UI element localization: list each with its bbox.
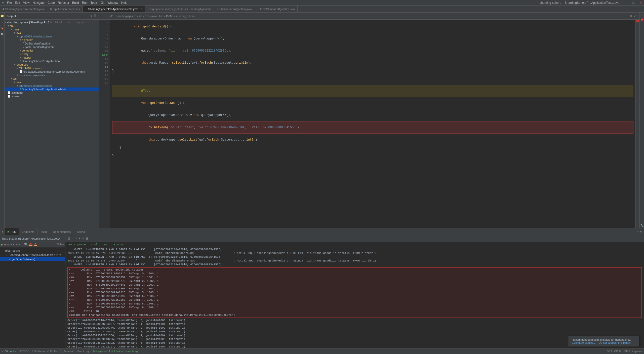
console-filter-icon[interactable]: ▼ <box>78 237 80 240</box>
menu-help[interactable]: Help <box>121 1 128 5</box>
tree-item-tests-file[interactable]: T ShardingSphereProApplicationTests <box>5 87 99 91</box>
run-item-results[interactable]: ✓ Test Results <box>0 248 65 253</box>
line-numbers: 44 45 46 47 48 49 50 51 52 ▶ 53 54 55 56… <box>99 20 110 228</box>
tab-close-3[interactable]: ✕ <box>141 8 143 10</box>
toolbar-settings-icon[interactable]: ⚙ <box>629 13 632 19</box>
gutter-bookmark-icon[interactable]: 🔖 <box>1 26 4 30</box>
tab-sharding-algo[interactable]: I org.apache.shardingsphere.spi.Sharding… <box>145 6 214 13</box>
toolbar-forward-icon[interactable]: → <box>105 14 108 19</box>
status-todo-btn[interactable]: ☰ TODO <box>19 350 29 353</box>
tree-item-algorithm[interactable]: ▼ algorithm <box>5 38 99 42</box>
gutter-find-icon[interactable]: 🔍 <box>1 32 4 36</box>
notification-link2[interactable]: Do not suggest this plugin <box>599 341 631 344</box>
bottom-tab-dependencies[interactable]: Dependencies <box>50 228 74 235</box>
status-indent: 4 spaces <box>632 350 642 353</box>
rg-icon-3[interactable]: 🔧 <box>640 224 644 228</box>
notification-link1[interactable]: Configure plugins... <box>572 341 596 344</box>
menu-run[interactable]: Run <box>82 1 88 5</box>
tab-app-properties[interactable]: ⚙ application.properties <box>47 6 83 13</box>
code-content[interactable]: void getOrderById() { QueryWrapper<Order… <box>110 20 635 228</box>
bottom-settings-icon[interactable]: ⚙ <box>640 230 642 234</box>
run-rerun-icon[interactable]: ▶ <box>1 242 3 247</box>
tree-item-java-test[interactable]: ▼ java <box>5 80 99 84</box>
bottom-tab-build[interactable]: Build <box>37 228 50 235</box>
toolbar-expand-icon[interactable]: ⤢ <box>633 13 637 19</box>
run-collapse-icon[interactable]: ⊟ <box>19 243 20 246</box>
tree-item-gitignore[interactable]: 📄 .gitignore <box>5 91 99 95</box>
minimize-btn[interactable]: ─ <box>625 1 628 5</box>
menu-code[interactable]: Code <box>48 1 55 5</box>
tree-item-app-main[interactable]: A ShardingSphereProApplication <box>5 59 99 63</box>
status-run-btn[interactable]: ▶ Run <box>10 350 17 353</box>
toolbar-recent-icon[interactable]: ⟳ <box>109 13 113 19</box>
tree-item-java-main[interactable]: ▼ java <box>5 31 99 35</box>
bottom-tab-spring[interactable]: Spring <box>74 228 88 235</box>
tree-item-spi[interactable]: 📄 org.apache.shardingsphere.spi.Sharding… <box>5 70 99 73</box>
tree-item-resources[interactable]: ▼ resources <box>5 63 99 66</box>
console-line-sql3: WHERE tid BETWEEN ? AND ? ORDER BY tid A… <box>67 263 642 267</box>
tree-item-controller[interactable]: ▶ controller <box>5 49 99 52</box>
close-btn[interactable]: ✕ <box>639 1 642 5</box>
status-profiler-btn[interactable]: ⏱ Profiler <box>47 350 58 353</box>
run-filter-icon[interactable]: ▼ <box>13 243 15 246</box>
run-search-icon[interactable]: 🔍 <box>24 243 28 246</box>
tree-label-jtest: java <box>16 81 21 84</box>
run-time-2: 894ms <box>54 253 62 256</box>
bottom-tab-endpoints[interactable]: Endpoints <box>19 228 37 235</box>
tree-item-mmw[interactable]: 📄 .mmw <box>5 95 99 98</box>
tree-item-meta-inf[interactable]: ▶ META-INF.services <box>5 66 99 70</box>
menu-navigate[interactable]: Navigate <box>33 1 45 5</box>
bottom-minimize-icon[interactable]: ─ <box>637 230 639 234</box>
tab-table-algo[interactable]: J TableStandardAlgorithm.java <box>254 6 298 13</box>
tree-item-main[interactable]: ▼ main <box>5 28 99 31</box>
toolbar-back-icon[interactable]: ← <box>101 14 104 19</box>
status-problems-btn[interactable]: ⚠ Problems <box>31 350 45 353</box>
status-event-log-btn[interactable]: Event Log <box>77 350 89 353</box>
tree-item-test[interactable]: ▼ test <box>5 77 99 80</box>
run-item-class[interactable]: ✓ ShardingSphereProApplicationTests 894m… <box>0 253 65 257</box>
tree-item-mapper[interactable]: ▶ mapper <box>5 56 99 59</box>
tree-item-src[interactable]: ▼ src <box>5 24 99 28</box>
sidebar-gear-icon[interactable]: ⚙ <box>91 14 92 18</box>
tree-item-package-main[interactable]: ▼ top.#t6666.shardingsphero <box>5 35 99 38</box>
run-import-icon[interactable]: 📥 <box>34 243 37 246</box>
menu-refactor[interactable]: Refactor <box>58 1 69 5</box>
menu-edit[interactable]: Edit <box>15 1 20 5</box>
tree-item-dbstandard[interactable]: C DbStandardAlgorithm <box>5 42 99 45</box>
console-scroll-bot-icon[interactable]: ⬇ <box>75 237 77 240</box>
run-export-icon[interactable]: 📤 <box>29 243 33 246</box>
menu-view[interactable]: View <box>23 1 30 5</box>
sidebar-layout-icon[interactable]: ☰ <box>94 14 97 18</box>
status-git-btn[interactable]: ✓ Git <box>2 350 8 353</box>
menu-tools[interactable]: Tools <box>91 1 98 5</box>
console-output[interactable]: Tests passed: 1 of 1 test — 894 ms WHERE… <box>65 242 644 348</box>
maximize-btn[interactable]: □ <box>633 1 634 5</box>
gutter-vcs-icon[interactable]: ⬆ <box>1 20 3 24</box>
tree-item-tablestandard[interactable]: C TableStandardAlgorithm <box>5 45 99 49</box>
tree-item-props[interactable]: ⚙ application.properties <box>5 73 99 77</box>
tab-sharding-app[interactable]: J ShardingSphereApplication.java <box>0 6 47 13</box>
menu-build[interactable]: Build <box>72 1 79 5</box>
gutter-project-icon[interactable]: 📁 <box>0 14 4 18</box>
run-rerun2-icon[interactable]: ↺ <box>7 243 9 246</box>
menu-window[interactable]: Window <box>107 1 118 5</box>
bottom-tab-run[interactable]: ▶ Run <box>5 228 19 235</box>
run-stop-icon[interactable]: ■ <box>4 243 6 247</box>
menu-file[interactable]: File <box>7 1 12 5</box>
status-terminal-btn[interactable]: ⬛ Terminal <box>60 350 73 353</box>
run-sort-icon[interactable]: ⇅ <box>10 243 12 246</box>
tree-item-pkg-test[interactable]: ▼ top.#t6666.shardingsphero <box>5 84 99 87</box>
tree-item-root[interactable]: ▼ sharding-sphere [ShardingsPro] D:\Idea… <box>5 21 99 24</box>
console-clear-icon[interactable]: 🗑 <box>67 237 70 240</box>
run-expand-icon[interactable]: ⊞ <box>16 243 18 246</box>
tab-tests-active[interactable]: T ShardingSphereProApplicationTests.java… <box>83 6 145 13</box>
run-item-method[interactable]: ✓ getOrderBetween() <box>0 257 65 261</box>
tab-db-algo[interactable]: J DbStandardAlgorithm.java <box>214 6 254 13</box>
console-print-icon[interactable]: 🖨 <box>85 237 88 240</box>
tree-item-entity[interactable]: ▶ entity <box>5 52 99 56</box>
rg-icon-2[interactable]: 📌 <box>640 18 644 22</box>
rg-icon-1[interactable]: ⬛ <box>640 14 644 18</box>
menu-git[interactable]: Git <box>101 1 104 5</box>
console-wrap-icon[interactable]: ↵ <box>82 237 84 240</box>
console-scroll-top-icon[interactable]: ⬆ <box>72 237 74 240</box>
